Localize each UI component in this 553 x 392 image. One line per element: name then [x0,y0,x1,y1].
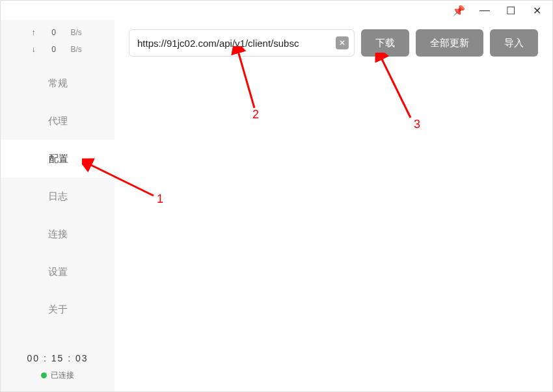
nav-logs-label: 日志 [48,190,68,203]
nav-connections[interactable]: 连接 [1,215,115,253]
nav-config[interactable]: 配置 [1,140,115,177]
app-window: 📌 — ☐ ✕ ↑ 0 B/s ↓ 0 B/s 常规 代理 配置 [0,0,553,392]
titlebar: 📌 — ☐ ✕ [1,1,552,20]
download-speed-row: ↓ 0 B/s [1,41,115,58]
status-text: 已连接 [51,370,74,381]
speed-panel: ↑ 0 B/s ↓ 0 B/s [1,20,115,64]
connection-status: 已连接 [1,370,115,381]
minimize-button[interactable]: — [472,1,498,20]
pin-button[interactable]: 📌 [446,1,472,20]
pin-icon: 📌 [452,5,465,17]
update-all-button[interactable]: 全部更新 [416,29,483,57]
upload-speed-row: ↑ 0 B/s [1,24,115,41]
nav-about[interactable]: 关于 [1,291,115,328]
download-speed-value: 0 [49,45,59,54]
nav-proxy-label: 代理 [48,115,68,127]
nav-settings[interactable]: 设置 [1,253,115,291]
svg-line-3 [238,51,254,108]
body: ↑ 0 B/s ↓ 0 B/s 常规 代理 配置 日志 连接 设置 关于 [1,20,552,391]
annotation-label-2: 2 [252,108,259,122]
nav-general-label: 常规 [48,77,68,90]
close-button[interactable]: ✕ [524,1,550,20]
minimize-icon: — [479,5,490,16]
maximize-icon: ☐ [506,5,515,17]
down-arrow-icon: ↓ [31,45,37,54]
nav: 常规 代理 配置 日志 连接 设置 关于 [1,64,115,344]
main-panel: ✕ 下载 全部更新 导入 1 2 3 [115,20,552,391]
import-button[interactable]: 导入 [490,29,538,57]
annotation-label-3: 3 [414,118,420,131]
toolbar: ✕ 下载 全部更新 导入 [129,29,538,57]
nav-about-label: 关于 [48,304,68,316]
sidebar: ↑ 0 B/s ↓ 0 B/s 常规 代理 配置 日志 连接 设置 关于 [1,20,115,391]
clear-url-button[interactable]: ✕ [336,36,349,49]
up-arrow-icon: ↑ [31,28,37,37]
download-speed-unit: B/s [71,45,85,54]
annotation-arrow-3 [371,53,424,124]
svg-line-5 [381,58,411,118]
nav-logs[interactable]: 日志 [1,177,115,215]
nav-proxy[interactable]: 代理 [1,102,115,140]
upload-speed-unit: B/s [71,28,85,37]
nav-connections-label: 连接 [48,228,68,241]
clear-icon: ✕ [339,38,345,47]
maximize-button[interactable]: ☐ [498,1,524,20]
close-icon: ✕ [533,5,541,17]
status-dot-icon [41,372,47,378]
nav-config-label: 配置 [49,153,68,165]
uptime-timer: 00 : 15 : 03 [1,353,115,363]
upload-speed-value: 0 [49,28,59,37]
nav-settings-label: 设置 [48,266,68,278]
subscription-url-input[interactable] [137,38,336,49]
sidebar-bottom: 00 : 15 : 03 已连接 [1,344,115,391]
download-button[interactable]: 下载 [361,29,409,57]
nav-general[interactable]: 常规 [1,64,115,102]
annotation-label-1: 1 [157,192,163,206]
url-box: ✕ [129,29,355,57]
